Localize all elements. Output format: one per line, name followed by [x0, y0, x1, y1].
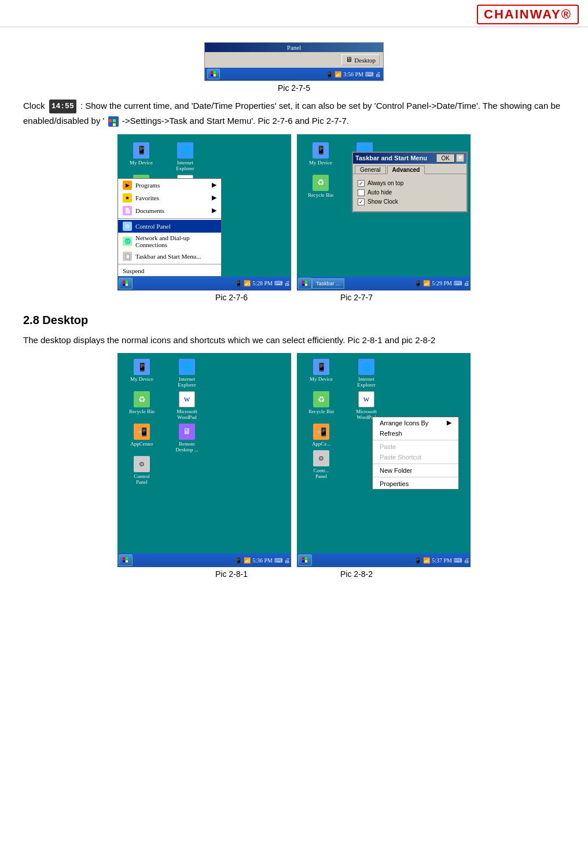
remote-icon-281: 🖥	[179, 424, 195, 440]
programs-icon: ▶	[123, 181, 132, 190]
taskbar-menu-button[interactable]: Taskbar ...	[312, 278, 344, 289]
taskbar-dialog: Taskbar and Start Menu OK ✕ General Adva…	[352, 152, 468, 212]
pic277-tray: 📱 📶 5:29 PM ⌨ 🖨	[414, 280, 469, 286]
cb-show-clock[interactable]	[358, 198, 365, 205]
ctx-properties[interactable]: Properties	[373, 479, 458, 489]
menu-programs[interactable]: ▶ Programs ▶	[118, 179, 221, 192]
menu-suspend[interactable]: Suspend	[118, 266, 221, 276]
icon-internet-explorer[interactable]: 🌐 InternetExplorer	[165, 142, 205, 171]
menu-favorites[interactable]: ★ Favorites ▶	[118, 192, 221, 204]
pic276-277-container: 📱 My Device 🌐 InternetExplorer ♻ Recycle…	[23, 134, 565, 290]
control-icon-282: ⚙	[313, 450, 329, 466]
control-icon-281: ⚙	[134, 456, 150, 472]
cb-auto-hide[interactable]	[358, 189, 365, 196]
documents-icon: 📄	[123, 206, 132, 215]
svg-rect-3	[214, 74, 216, 76]
checkbox-always-on-top: Always on top	[358, 180, 462, 187]
tab-advanced[interactable]: Advanced	[387, 165, 425, 174]
pic275-desktop-bar: 🖥 Desktop	[205, 52, 383, 68]
clock-display: 14:55	[49, 100, 76, 113]
icon-ie-281[interactable]: 🌐 InternetExplorer	[166, 359, 208, 388]
page-content: Panel 🖥 Desktop 📱 📶 3:56 PM ⌨	[0, 27, 588, 594]
svg-rect-13	[305, 281, 307, 283]
ctx-arrange[interactable]: Arrange Icons By ▶	[373, 417, 458, 428]
dialog-ok-button[interactable]: OK	[436, 154, 455, 163]
icon-remote-281[interactable]: 🖥 RemoteDesktop ...	[166, 424, 208, 453]
app-icon-282: 📲	[313, 424, 329, 440]
start-button-282[interactable]	[298, 554, 312, 566]
icon-appcenter-281[interactable]: 📲 AppCenter	[121, 424, 163, 453]
pic281-282-container: 📱 My Device 🌐 InternetExplorer ♻ Recycle…	[23, 353, 565, 567]
pic281-taskbar: 📱 📶 5:36 PM ⌨ 🖨	[117, 553, 291, 567]
ctx-sep2	[373, 464, 458, 464]
svg-rect-14	[302, 284, 304, 286]
control-panel-icon: ⚙	[123, 222, 132, 231]
desktop-button[interactable]: 🖥 Desktop	[341, 54, 380, 65]
checkbox-auto-hide: Auto hide	[358, 189, 462, 196]
ctx-new-folder[interactable]: New Folder	[373, 465, 458, 476]
icon-word-282[interactable]: W MicrosoftWordPad	[346, 391, 387, 420]
ctx-paste: Paste	[373, 442, 458, 452]
start-button-281[interactable]	[119, 554, 133, 566]
pic282-context-menu: Arrange Icons By ▶ Refresh Paste Paste S…	[372, 417, 459, 490]
icon-control-282[interactable]: ⚙ Contr...Panel	[300, 450, 342, 479]
windows-icon	[108, 116, 119, 127]
word-icon-281: W	[179, 391, 195, 407]
start-flag-icon-282	[302, 557, 308, 563]
menu-documents[interactable]: 📄 Documents ▶	[118, 204, 221, 217]
icon-recycle-277[interactable]: ♻ Recycle Bin	[300, 175, 341, 204]
icon-control-281[interactable]: ⚙ ControlPanel	[121, 456, 163, 485]
pic275-screenshot: Panel 🖥 Desktop 📱 📶 3:56 PM ⌨	[204, 42, 384, 81]
menu-network[interactable]: 🌐 Network and Dial-up Connections	[118, 233, 221, 250]
start-button[interactable]	[207, 69, 220, 79]
icon-recycle-281[interactable]: ♻ Recycle Bin	[121, 391, 163, 420]
ctx-refresh[interactable]: Refresh	[373, 428, 458, 439]
svg-rect-10	[123, 284, 125, 286]
cb-always-on-top[interactable]	[358, 180, 365, 187]
ctx-paste-shortcut: Paste Shortcut	[373, 452, 458, 462]
captions-281-282: Pic 2-8-1 Pic 2-8-2	[23, 569, 565, 579]
pic277-screenshot: 📱 My Device 🌐 InternetExplorer ♻ Recycle…	[297, 134, 471, 290]
icon-ie-282[interactable]: 🌐 InternetExplorer	[346, 359, 387, 388]
svg-rect-1	[214, 71, 216, 73]
pic276-start-menu: ▶ Programs ▶ ★ Favorites ▶ 📄 Documents ▶…	[117, 178, 222, 277]
pic281-screenshot: 📱 My Device 🌐 InternetExplorer ♻ Recycle…	[117, 353, 291, 567]
dialog-content: Always on top Auto hide Show Clock	[353, 174, 466, 211]
menu-sep2	[118, 264, 221, 264]
pic281-icons: 📱 My Device 🌐 InternetExplorer ♻ Recycle…	[117, 355, 211, 488]
icon-my-device-281[interactable]: 📱 My Device	[121, 359, 163, 388]
icon-recycle-282[interactable]: ♻ Recycle Bin	[300, 391, 342, 420]
menu-taskbar[interactable]: 📋 Taskbar and Start Menu...	[118, 250, 221, 263]
ctx-sep1	[373, 440, 458, 440]
recycle-icon-281: ♻	[134, 391, 150, 407]
device-icon-282: 📱	[313, 359, 329, 375]
svg-rect-12	[302, 281, 304, 283]
svg-rect-9	[126, 281, 128, 283]
svg-rect-5	[113, 119, 116, 122]
pic275-caption: Pic 2-7-5	[23, 83, 565, 93]
dialog-close-button[interactable]: ✕	[456, 154, 464, 162]
svg-rect-20	[302, 557, 304, 560]
ie-icon-281: 🌐	[179, 359, 195, 375]
dialog-controls: OK ✕	[436, 154, 464, 163]
device-icon-img-277: 📱	[313, 142, 329, 159]
icon-appcenter-282[interactable]: 📲 AppCe...	[300, 424, 342, 447]
page-header: CHAINWAY®	[0, 0, 588, 27]
pic282-taskbar: 📱 📶 5:37 PM ⌨ 🖨	[297, 553, 471, 567]
start-button-276[interactable]	[119, 278, 133, 289]
start-button-277[interactable]	[298, 278, 312, 289]
pic282-tray: 📱 📶 5:37 PM ⌨ 🖨	[414, 557, 469, 564]
taskbar-icon: 📋	[123, 252, 132, 261]
icon-my-device-277[interactable]: 📱 My Device	[300, 142, 341, 171]
svg-rect-16	[123, 557, 125, 560]
windows-flag-icon	[211, 71, 216, 77]
svg-rect-6	[109, 123, 112, 126]
tab-general[interactable]: General	[355, 165, 386, 174]
word-icon-282: W	[358, 391, 374, 407]
menu-control-panel[interactable]: ⚙ Control Panel	[118, 220, 221, 233]
icon-word-281[interactable]: W MicrosoftWordPad	[166, 391, 208, 420]
icon-my-device[interactable]: 📱 My Device	[121, 142, 161, 171]
favorites-icon: ★	[123, 193, 132, 203]
icon-my-device-282[interactable]: 📱 My Device	[300, 359, 342, 388]
svg-rect-17	[126, 557, 128, 560]
